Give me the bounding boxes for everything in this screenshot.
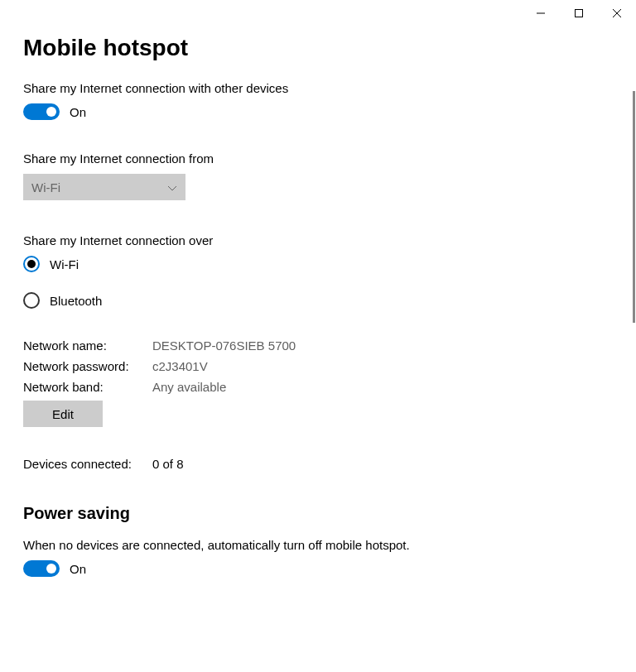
share-from-dropdown[interactable]: Wi-Fi — [23, 174, 186, 200]
maximize-icon — [575, 9, 583, 17]
network-password-value: c2J3401V — [152, 359, 208, 373]
network-password-row: Network password: c2J3401V — [23, 359, 613, 373]
edit-button[interactable]: Edit — [23, 401, 103, 427]
svg-rect-1 — [576, 10, 583, 17]
share-over-radio-group: Wi-Fi Bluetooth — [23, 256, 613, 309]
maximize-button[interactable] — [560, 0, 598, 26]
network-name-value: DESKTOP-076SIEB 5700 — [152, 338, 296, 353]
content-area: Mobile hotspot Share my Internet connect… — [0, 26, 636, 577]
devices-connected-value: 0 of 8 — [152, 457, 184, 471]
share-from-selected: Wi-Fi — [31, 180, 60, 194]
radio-bluetooth-label: Bluetooth — [50, 294, 102, 308]
power-saving-toggle-row: On — [23, 560, 613, 577]
radio-option-wifi[interactable]: Wi-Fi — [23, 256, 613, 272]
power-saving-toggle[interactable] — [23, 560, 60, 577]
network-password-label: Network password: — [23, 359, 152, 373]
window-titlebar — [0, 0, 636, 26]
chevron-down-icon — [167, 180, 177, 194]
network-name-label: Network name: — [23, 338, 152, 353]
share-from-label: Share my Internet connection from — [23, 151, 613, 166]
radio-wifi-label: Wi-Fi — [50, 257, 79, 271]
share-over-label: Share my Internet connection over — [23, 233, 613, 247]
network-name-row: Network name: DESKTOP-076SIEB 5700 — [23, 338, 613, 353]
devices-connected-label: Devices connected: — [23, 457, 152, 471]
power-saving-description: When no devices are connected, automatic… — [23, 538, 613, 552]
page-title: Mobile hotspot — [23, 35, 613, 61]
share-connection-label: Share my Internet connection with other … — [23, 81, 613, 95]
network-band-row: Network band: Any available — [23, 380, 613, 394]
radio-circle-icon — [23, 256, 40, 272]
radio-option-bluetooth[interactable]: Bluetooth — [23, 292, 613, 309]
minimize-icon — [537, 9, 545, 17]
network-band-value: Any available — [152, 380, 226, 394]
close-icon — [613, 9, 621, 17]
devices-connected-row: Devices connected: 0 of 8 — [23, 457, 613, 471]
share-connection-toggle-row: On — [23, 103, 613, 120]
network-info-table: Network name: DESKTOP-076SIEB 5700 Netwo… — [23, 338, 613, 394]
toggle-knob — [46, 107, 56, 117]
toggle-knob — [46, 564, 56, 574]
share-connection-state: On — [70, 105, 86, 119]
share-connection-toggle[interactable] — [23, 103, 60, 120]
radio-dot-icon — [27, 260, 36, 268]
close-button[interactable] — [598, 0, 636, 26]
minimize-button[interactable] — [522, 0, 560, 26]
network-band-label: Network band: — [23, 380, 152, 394]
power-saving-state: On — [70, 562, 86, 576]
power-saving-heading: Power saving — [23, 504, 613, 523]
radio-circle-icon — [23, 292, 40, 309]
scrollbar[interactable] — [633, 91, 635, 323]
